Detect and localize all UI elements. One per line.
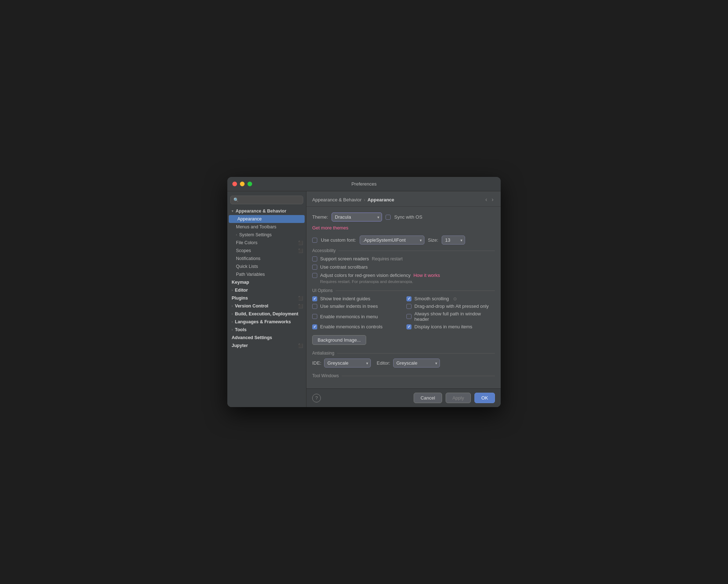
- sidebar-item-plugins[interactable]: Plugins ⬛: [227, 294, 306, 302]
- ui-options-grid: Show tree indent guides Smooth scrolling…: [312, 296, 495, 329]
- smaller-indents-checkbox[interactable]: [312, 304, 317, 309]
- show-tree-indent-checkbox[interactable]: [312, 296, 317, 301]
- get-more-themes-link[interactable]: Get more themes: [312, 225, 495, 231]
- adjust-colors-label: Adjust colors for red-green vision defic…: [320, 273, 410, 278]
- sidebar-item-system-settings[interactable]: › System Settings: [227, 231, 306, 239]
- mnemonics-menu-row: Enable mnemonics in menu: [312, 311, 401, 322]
- sidebar-item-keymap[interactable]: Keymap: [227, 278, 306, 286]
- sidebar-item-menus-toolbars[interactable]: Menus and Toolbars: [227, 223, 306, 231]
- close-button[interactable]: [232, 182, 237, 186]
- settings-icon: ⬛: [298, 248, 303, 253]
- sidebar-item-label: Notifications: [236, 256, 260, 261]
- sidebar-item-label: Path Variables: [236, 272, 265, 277]
- search-icon: 🔍: [233, 197, 239, 202]
- display-icons-checkbox[interactable]: [406, 324, 411, 329]
- mnemonics-controls-checkbox[interactable]: [312, 324, 317, 329]
- chevron-right-icon: ›: [232, 320, 233, 324]
- search-input[interactable]: [240, 197, 300, 202]
- nav-back-button[interactable]: ‹: [484, 196, 488, 204]
- cancel-button[interactable]: Cancel: [414, 393, 442, 403]
- editor-aa-item: Editor: Greyscale Subpixel LCD: [377, 359, 440, 368]
- help-button[interactable]: ?: [312, 394, 321, 402]
- contrast-scrollbars-row: Use contrast scrollbars: [312, 264, 495, 270]
- chevron-down-icon: ▾: [232, 209, 233, 213]
- ui-options-section-title: UI Options: [312, 288, 495, 293]
- apply-button[interactable]: Apply: [446, 393, 471, 403]
- sidebar-item-advanced-settings[interactable]: Advanced Settings: [227, 334, 306, 342]
- theme-select-wrapper: Dracula Light Dark High Contrast: [332, 213, 382, 222]
- smooth-scrolling-help-icon[interactable]: ⊙: [453, 296, 457, 301]
- sidebar-item-jupyter[interactable]: Jupyter ⬛: [227, 342, 306, 350]
- ok-button[interactable]: OK: [474, 393, 495, 403]
- chevron-right-icon: ›: [232, 304, 233, 308]
- breadcrumb-parent: Appearance & Behavior: [312, 197, 361, 202]
- theme-row: Theme: Dracula Light Dark High Contrast …: [312, 213, 495, 222]
- search-box[interactable]: 🔍: [230, 196, 303, 204]
- mnemonics-controls-row: Enable mnemonics in controls: [312, 324, 401, 329]
- maximize-button[interactable]: [247, 182, 252, 186]
- screen-readers-checkbox[interactable]: [312, 256, 317, 261]
- sidebar-item-label: Appearance: [237, 216, 261, 222]
- sidebar-item-quick-lists[interactable]: Quick Lists: [227, 263, 306, 270]
- settings-icon: ⬛: [298, 304, 303, 309]
- titlebar: Preferences: [227, 177, 501, 191]
- sidebar-item-scopes[interactable]: Scopes ⬛: [227, 247, 306, 255]
- smooth-scrolling-label: Smooth scrolling: [414, 296, 449, 301]
- adjust-colors-checkbox[interactable]: [312, 273, 317, 278]
- sidebar-item-path-variables[interactable]: Path Variables: [227, 270, 306, 278]
- settings-icon: ⬛: [298, 343, 303, 348]
- size-select[interactable]: 13 12 14 16: [442, 236, 465, 245]
- sidebar-item-label: Build, Execution, Deployment: [235, 311, 298, 316]
- main-header: Appearance & Behavior › Appearance ‹ ›: [306, 191, 501, 207]
- sidebar-item-appearance[interactable]: Appearance: [229, 215, 305, 223]
- sidebar-item-tools[interactable]: › Tools: [227, 326, 306, 334]
- sidebar-item-build-execution[interactable]: › Build, Execution, Deployment: [227, 310, 306, 318]
- sidebar-item-label: File Colors: [236, 240, 258, 245]
- font-select[interactable]: .AppleSystemUIFont: [360, 236, 424, 245]
- use-custom-font-checkbox[interactable]: [312, 238, 317, 243]
- background-image-button[interactable]: Background Image...: [312, 335, 366, 345]
- editor-antialiasing-select[interactable]: Greyscale Subpixel LCD: [393, 359, 440, 368]
- requires-restart-label: Requires restart: [372, 256, 402, 261]
- theme-select[interactable]: Dracula Light Dark High Contrast: [332, 213, 382, 222]
- minimize-button[interactable]: [240, 182, 245, 186]
- sync-with-os-checkbox[interactable]: [386, 215, 391, 220]
- screen-readers-label: Support screen readers: [320, 256, 369, 261]
- accessibility-section-title: Accessibility: [312, 248, 495, 253]
- sidebar-item-label: Plugins: [232, 296, 248, 301]
- sidebar-item-label: Version Control: [235, 304, 268, 309]
- adjust-colors-row: Adjust colors for red-green vision defic…: [312, 273, 495, 278]
- sidebar-item-editor[interactable]: › Editor: [227, 286, 306, 294]
- sidebar-item-label: Quick Lists: [236, 264, 258, 269]
- smooth-scrolling-checkbox[interactable]: [406, 296, 411, 301]
- sidebar-item-label: Tools: [235, 327, 246, 332]
- drag-drop-alt-row: Drag-and-drop with Alt pressed only: [406, 304, 495, 309]
- antialiasing-row: IDE: Greyscale Subpixel LCD Editor:: [312, 359, 495, 368]
- full-path-checkbox[interactable]: [406, 314, 411, 319]
- main-content-area: 🔍 ▾ Appearance & Behavior Appearance Men…: [227, 191, 501, 407]
- nav-forward-button[interactable]: ›: [490, 196, 495, 204]
- sidebar: 🔍 ▾ Appearance & Behavior Appearance Men…: [227, 191, 306, 407]
- sidebar-item-notifications[interactable]: Notifications: [227, 255, 306, 263]
- editor-aa-select-wrapper: Greyscale Subpixel LCD: [393, 359, 440, 368]
- breadcrumb-separator: ›: [364, 197, 365, 202]
- sidebar-item-languages-frameworks[interactable]: › Languages & Frameworks: [227, 318, 306, 326]
- screen-readers-row: Support screen readers Requires restart: [312, 256, 495, 261]
- chevron-right-icon: ›: [232, 312, 233, 316]
- mnemonics-menu-checkbox[interactable]: [312, 314, 317, 319]
- how-it-works-link[interactable]: How it works: [413, 273, 440, 278]
- sidebar-item-file-colors[interactable]: File Colors ⬛: [227, 239, 306, 247]
- nav-arrows: ‹ ›: [484, 196, 495, 204]
- contrast-scrollbars-label: Use contrast scrollbars: [320, 264, 368, 270]
- sidebar-item-version-control[interactable]: › Version Control ⬛: [227, 302, 306, 310]
- bottom-bar: ? Cancel Apply OK: [306, 388, 501, 407]
- sidebar-item-appearance-behavior[interactable]: ▾ Appearance & Behavior: [227, 207, 306, 215]
- chevron-right-icon: ›: [232, 288, 233, 292]
- drag-drop-alt-checkbox[interactable]: [406, 304, 411, 309]
- window-title: Preferences: [351, 181, 377, 187]
- ide-antialiasing-select[interactable]: Greyscale Subpixel LCD: [324, 359, 371, 368]
- chevron-right-icon: ›: [232, 328, 233, 332]
- antialiasing-section-title: Antialiasing: [312, 351, 495, 356]
- contrast-scrollbars-checkbox[interactable]: [312, 265, 317, 270]
- smooth-scrolling-row: Smooth scrolling ⊙: [406, 296, 495, 301]
